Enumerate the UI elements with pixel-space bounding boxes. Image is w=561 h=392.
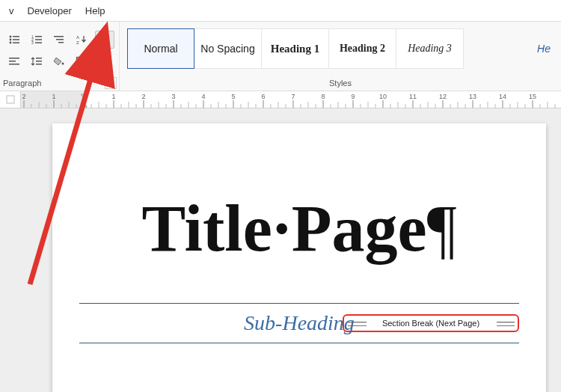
- svg-rect-122: [81, 106, 87, 108]
- page[interactable]: Title·Page¶ Sub-Heading Section Break (N…: [52, 123, 546, 392]
- svg-rect-9: [35, 39, 42, 40]
- sub-heading-block: Sub-Heading Section Break (Next Page): [79, 303, 519, 343]
- svg-rect-3: [13, 39, 19, 40]
- svg-text:12: 12: [439, 93, 447, 100]
- svg-rect-14: [58, 42, 64, 43]
- style-no-spacing[interactable]: No Spacing: [194, 28, 262, 69]
- menu-developer[interactable]: Developer: [28, 5, 72, 16]
- borders-button[interactable]: [73, 53, 91, 70]
- svg-rect-23: [36, 64, 42, 65]
- ruler: 21123456789101112131415: [0, 91, 561, 108]
- pilcrow-icon: ¶: [427, 192, 457, 265]
- svg-text:15: 15: [529, 93, 536, 100]
- menu-view-partial[interactable]: v: [9, 5, 14, 16]
- hr-bottom: [79, 343, 519, 343]
- space-mark-icon: ·: [272, 192, 292, 265]
- svg-text:5: 5: [231, 93, 235, 100]
- svg-rect-11: [35, 42, 42, 43]
- styles-group-label: Styles: [120, 76, 561, 91]
- svg-rect-7: [35, 36, 42, 37]
- style-heading-2[interactable]: Heading 2: [329, 28, 396, 69]
- svg-rect-19: [9, 61, 16, 62]
- ribbon: 123 AZ ¶: [0, 21, 561, 91]
- svg-rect-12: [54, 36, 64, 37]
- svg-rect-5: [13, 42, 19, 43]
- multilevel-list-button[interactable]: [50, 31, 68, 48]
- style-heading-1[interactable]: Heading 1: [262, 28, 329, 69]
- align-left-button[interactable]: [5, 53, 23, 70]
- paragraph-group-label: Paragraph ↘: [0, 76, 120, 91]
- svg-text:9: 9: [351, 93, 355, 100]
- section-break-highlight: Section Break (Next Page): [343, 314, 519, 332]
- sort-button[interactable]: AZ: [73, 31, 91, 48]
- menu-bar: v Developer Help: [0, 0, 561, 21]
- style-heading-3[interactable]: Heading 3: [396, 28, 464, 69]
- svg-text:Z: Z: [76, 40, 79, 45]
- svg-point-4: [9, 42, 11, 44]
- show-hide-marks-button[interactable]: ¶: [95, 31, 114, 49]
- paragraph-dialog-launcher-icon[interactable]: ↘: [105, 77, 117, 89]
- svg-text:1: 1: [52, 93, 55, 100]
- svg-rect-1: [13, 36, 19, 37]
- svg-text:4: 4: [201, 93, 205, 100]
- styles-group-label-text: Styles: [329, 79, 352, 88]
- svg-text:8: 8: [321, 93, 325, 100]
- svg-text:14: 14: [499, 93, 506, 100]
- svg-text:10: 10: [379, 93, 387, 100]
- svg-text:6: 6: [261, 93, 265, 100]
- bullets-button[interactable]: [5, 31, 23, 48]
- title-text[interactable]: Title·Page¶: [52, 191, 546, 266]
- svg-point-2: [9, 39, 11, 41]
- line-spacing-button[interactable]: [28, 53, 46, 70]
- style-more-partial[interactable]: He: [537, 43, 555, 55]
- svg-text:A: A: [76, 35, 79, 40]
- svg-text:1: 1: [111, 93, 115, 100]
- sub-heading-text[interactable]: Sub-Heading: [244, 311, 355, 335]
- svg-text:7: 7: [291, 93, 295, 100]
- paragraph-group: 123 AZ ¶: [0, 22, 120, 76]
- svg-rect-28: [7, 96, 14, 103]
- menu-help[interactable]: Help: [85, 5, 105, 16]
- ruler-corner: [0, 91, 21, 108]
- svg-text:13: 13: [469, 93, 476, 100]
- horizontal-ruler[interactable]: 21123456789101112131415: [21, 91, 561, 108]
- svg-rect-18: [9, 58, 19, 59]
- title-word-2: Page: [292, 192, 427, 265]
- svg-text:11: 11: [409, 93, 417, 100]
- document-area: Title·Page¶ Sub-Heading Section Break (N…: [0, 108, 561, 392]
- svg-rect-20: [9, 64, 19, 65]
- svg-rect-22: [36, 61, 42, 62]
- svg-text:¶: ¶: [101, 34, 105, 45]
- numbering-button[interactable]: 123: [28, 31, 46, 48]
- svg-text:2: 2: [141, 93, 145, 100]
- svg-rect-13: [56, 39, 64, 40]
- svg-rect-21: [36, 58, 42, 59]
- svg-point-24: [61, 63, 64, 65]
- title-word-1: Title: [141, 192, 272, 265]
- section-break-label: Section Break (Next Page): [347, 319, 515, 328]
- styles-gallery: Normal No Spacing Heading 1 Heading 2 He…: [120, 22, 561, 76]
- svg-text:3: 3: [171, 93, 175, 100]
- paragraph-group-label-text: Paragraph: [3, 79, 41, 88]
- svg-text:2: 2: [22, 93, 25, 100]
- style-normal[interactable]: Normal: [127, 28, 194, 69]
- shading-button[interactable]: [50, 53, 68, 70]
- svg-point-0: [9, 36, 11, 38]
- svg-text:3: 3: [31, 40, 34, 45]
